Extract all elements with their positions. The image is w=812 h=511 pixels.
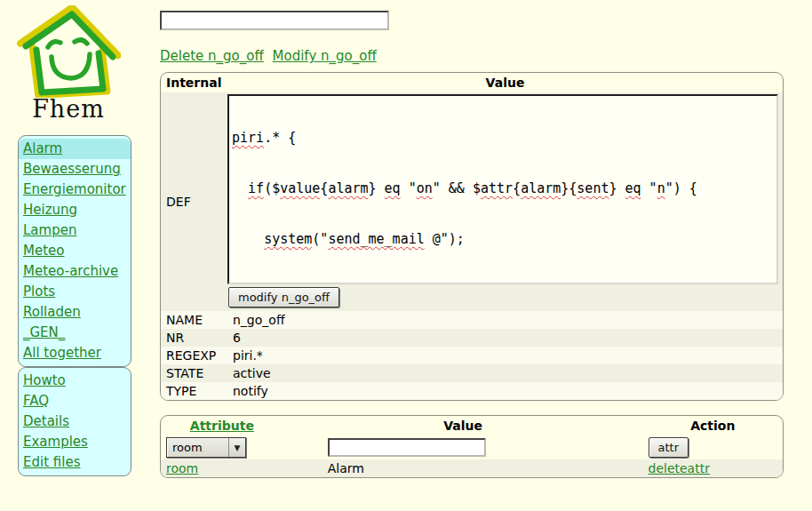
deleteattr-link[interactable]: deleteattr: [649, 461, 710, 475]
dropdown-arrow-icon[interactable]: ▼: [228, 438, 245, 457]
sidebar-item-plots[interactable]: Plots: [19, 282, 131, 302]
room-menu: Alarm Bewaesserung Energiemonitor Heizun…: [18, 135, 131, 367]
sidebar-item-all-together[interactable]: All together: [19, 343, 131, 363]
attr-action-header: Action: [643, 416, 783, 435]
sidebar-item-edit-files[interactable]: Edit files: [19, 452, 131, 473]
code-line: system("send_me_mail @");: [232, 231, 774, 248]
internal-row-regexp: REGEXP piri.*: [161, 347, 783, 364]
def-label: DEF: [161, 92, 227, 311]
attr-value: Alarm: [283, 459, 643, 477]
code-line: fhem("set sirene on-for-timer 60");: [232, 282, 774, 284]
row-label: STATE: [161, 364, 227, 382]
sidebar-item-bewaesserung[interactable]: Bewaesserung: [19, 159, 131, 180]
value-column-header: Value: [227, 73, 783, 92]
attribute-select-value: room: [167, 441, 228, 454]
code-line: piri.* {: [232, 130, 774, 147]
row-value: n_go_off: [227, 311, 783, 329]
attr-value-header: Value: [283, 416, 643, 435]
row-label: REGEXP: [161, 347, 227, 364]
main-content: Delete n_go_off Modify n_go_off Internal…: [160, 11, 785, 478]
attribute-header-link[interactable]: Attribute: [190, 419, 254, 433]
attr-name-link[interactable]: room: [166, 461, 198, 475]
attr-row-room: room Alarm deleteattr: [161, 459, 783, 477]
internal-row-state: STATE active: [161, 364, 783, 382]
def-row: DEF piri.* { if($value{alarm} eq "on" &&…: [161, 92, 783, 311]
house-smiley-icon: [16, 5, 121, 98]
internal-row-name: NAME n_go_off: [161, 311, 783, 329]
delete-device-link[interactable]: Delete n_go_off: [160, 48, 264, 64]
sidebar-item-details[interactable]: Details: [19, 411, 131, 432]
sidebar-item-rolladen[interactable]: Rolladen: [19, 302, 131, 323]
attribute-select[interactable]: room ▼: [166, 437, 246, 458]
row-value: 6: [227, 329, 783, 347]
sidebar-item-heizung[interactable]: Heizung: [19, 200, 131, 220]
sidebar-item-examples[interactable]: Examples: [19, 432, 131, 452]
internals-table: Internal Value DEF piri.* { if($value{al…: [160, 72, 784, 401]
attribute-value-input[interactable]: [328, 438, 486, 457]
fhem-logo[interactable]: Fhem: [11, 5, 126, 123]
row-value: notify: [227, 382, 783, 400]
internal-column-header: Internal: [161, 73, 227, 92]
code-line: if($value{alarm} eq "on" && $attr{alarm}…: [232, 180, 774, 197]
internals-header-row: Internal Value: [161, 73, 783, 92]
sidebar-item-energiemonitor[interactable]: Energiemonitor: [19, 180, 131, 200]
command-input[interactable]: [160, 11, 389, 30]
device-action-links: Delete n_go_off Modify n_go_off: [160, 48, 785, 66]
row-label: TYPE: [161, 382, 227, 400]
attr-controls-row: room ▼ attr: [161, 435, 783, 459]
sidebar-item-meteo-archive[interactable]: Meteo-archive: [19, 261, 131, 282]
sidebar-item-meteo[interactable]: Meteo: [19, 241, 131, 261]
internal-row-type: TYPE notify: [161, 382, 783, 400]
logo-wordmark: Fhem: [11, 95, 126, 123]
sidebar-item-faq[interactable]: FAQ: [19, 391, 131, 411]
def-textarea[interactable]: piri.* { if($value{alarm} eq "on" && $at…: [227, 94, 778, 284]
sidebar-item-alarm[interactable]: Alarm: [19, 139, 131, 159]
sidebar-item-gen[interactable]: _GEN_: [19, 323, 131, 343]
attr-header-row: Attribute Value Action: [161, 416, 783, 435]
help-menu: Howto FAQ Details Examples Edit files: [18, 367, 131, 476]
row-value: piri.*: [227, 347, 783, 364]
sidebar-item-lampen[interactable]: Lampen: [19, 220, 131, 241]
row-value: active: [227, 364, 783, 382]
internal-row-nr: NR 6: [161, 329, 783, 347]
row-label: NR: [161, 329, 227, 347]
row-label: NAME: [161, 311, 227, 329]
attributes-table: Attribute Value Action room ▼ attr: [160, 415, 784, 478]
attr-submit-button[interactable]: attr: [649, 437, 689, 458]
modify-device-link[interactable]: Modify n_go_off: [273, 48, 377, 64]
sidebar-item-howto[interactable]: Howto: [19, 371, 131, 391]
modify-def-button[interactable]: modify n_go_off: [228, 287, 339, 307]
